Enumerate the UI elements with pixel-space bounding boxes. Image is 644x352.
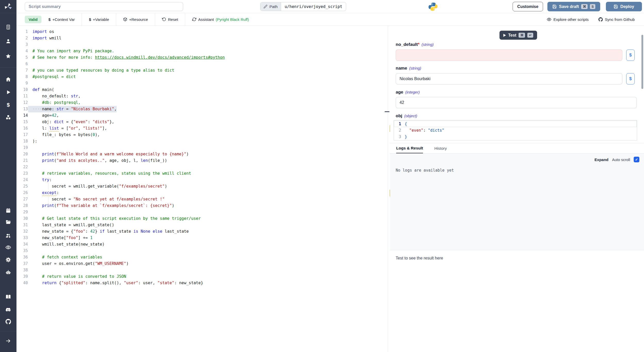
panel-scrollbar[interactable] [641, 35, 643, 89]
assistant-button[interactable]: Assistant (Pyright Black Ruff) [185, 17, 256, 22]
code-line-7[interactable]: 7# you can use typed resources by doing … [16, 67, 388, 74]
path-label-segment[interactable]: Path [260, 2, 281, 11]
sync-from-github-button[interactable]: Sync from Github [598, 17, 635, 22]
code-line-15[interactable]: 15 obj: dict = {"even": "dicts"}, [16, 119, 388, 125]
panel-divider[interactable] [388, 26, 388, 352]
code-line-12[interactable]: 12 #db: postgresql, [16, 99, 388, 106]
code-line-2[interactable]: 2import wmill [16, 35, 388, 41]
code-line-36[interactable]: 36 # fetch context variables [16, 254, 388, 261]
code-line-35[interactable]: 35 [16, 248, 388, 254]
code-line-19[interactable]: 19 [16, 145, 388, 151]
path-field[interactable]: Path u/henri/overjoyed_script [260, 2, 346, 11]
sidebar-icon-building[interactable] [5, 24, 11, 30]
test-button[interactable]: Test ⌘ ↵ [499, 31, 537, 40]
code-line-5[interactable]: 5# See here for more info: https://docs.… [16, 54, 388, 61]
tab-history[interactable]: History [434, 143, 447, 153]
sidebar-icon-boxes[interactable] [5, 114, 11, 120]
code-line-6[interactable]: 6 [16, 61, 388, 67]
code-line-39[interactable]: 39 # return value is converted to JSON [16, 273, 388, 280]
reset-button[interactable]: Reset [155, 17, 185, 22]
code-line-33[interactable]: 33 new_state["foo"] += 1 [16, 235, 388, 241]
code-line-21[interactable]: 21 print("and its acolytes..", age, obj,… [16, 157, 388, 164]
autoscroll-checkbox[interactable]: ✓ [634, 157, 639, 162]
code-editor[interactable]: 1import os2import wmill34# You can impor… [16, 26, 388, 352]
code-line-27[interactable]: 27 secret = "No secret yet at f/examples… [16, 196, 388, 203]
code-line-23[interactable]: 23 # retrieve variables, resources, stat… [16, 170, 388, 177]
save-draft-button[interactable]: Save draft ⌘ S [547, 2, 600, 11]
code-line-9[interactable]: 9 [16, 80, 388, 87]
sidebar-icon-home[interactable] [5, 76, 11, 82]
code-line-8[interactable]: 8#postgresql = dict [16, 74, 388, 80]
code-line-26[interactable]: 26 except: [16, 190, 388, 196]
customise-button[interactable]: Customise [513, 2, 543, 11]
windmill-logo[interactable] [0, 0, 16, 13]
code-line-29[interactable]: 29 [16, 209, 388, 215]
code-line-4[interactable]: 4# You can import any PyPi package. [16, 48, 388, 54]
sidebar-icon-calendar[interactable] [5, 207, 11, 214]
name-variable-picker-button[interactable]: $ [626, 73, 635, 85]
code-line-28[interactable]: 28 print(f"The variable at `f/examples/s… [16, 203, 388, 209]
sidebar-icon-github[interactable] [5, 319, 11, 325]
assistant-label: Assistant [198, 17, 214, 22]
field-label-age: age(integer) [396, 90, 420, 95]
kbd-enter: ↵ [527, 33, 533, 38]
sidebar-icon-discord[interactable] [5, 307, 11, 313]
code-line-22[interactable]: 22 [16, 164, 388, 170]
code-line-38[interactable]: 38 [16, 267, 388, 273]
windmill-logo-icon [4, 3, 12, 10]
code-line-30[interactable]: 30 # Get last state of this script execu… [16, 215, 388, 222]
add-context-var-button[interactable]: $+Context Var [41, 17, 82, 22]
sidebar-icon-dollar[interactable]: $ [5, 102, 11, 108]
age-input[interactable] [396, 97, 637, 108]
sidebar-icon-eye-clock[interactable] [5, 244, 11, 250]
code-line-25[interactable]: 25 secret = wmill.get_variable("f/exampl… [16, 183, 388, 190]
code-line-1[interactable]: 1import os [16, 29, 388, 35]
sidebar-icon-robot[interactable] [5, 269, 11, 275]
code-line-20[interactable]: 20 print(f"Hello World and a warm welcom… [16, 151, 388, 157]
code-line-16[interactable]: 16 l: list = ["or", "lists!"], [16, 125, 388, 132]
path-value[interactable]: u/henri/overjoyed_script [281, 2, 346, 11]
explore-other-scripts-button[interactable]: Explore other scripts [547, 17, 589, 22]
code-line-24[interactable]: 24 try: [16, 177, 388, 183]
code-line-18[interactable]: 18): [16, 138, 388, 145]
sidebar-icon-folder[interactable] [5, 219, 11, 225]
sidebar-icon-users-gear[interactable] [5, 233, 11, 239]
tab-logs-result[interactable]: Logs & Result [396, 143, 423, 153]
sidebar-icon-user[interactable] [5, 38, 11, 44]
obj-json-line-2[interactable]: 2 "even": "dicts" [394, 127, 637, 133]
no-default-variable-picker-button[interactable]: $ [626, 49, 635, 61]
code-line-11[interactable]: 11 no_default: str, [16, 93, 388, 99]
code-line-40[interactable]: 40 return {"splitted": name.split(), "us… [16, 280, 388, 286]
add-resource-button[interactable]: +Resource [116, 17, 155, 22]
code-line-34[interactable]: 34 wmill.set_state(new_state) [16, 241, 388, 248]
name-input[interactable] [396, 73, 622, 85]
field-label-name: name(string) [396, 66, 421, 71]
code-line-13[interactable]: 13····name:·str·=·"Nicolas·Bourbaki", [16, 106, 388, 112]
field-label-no-default: no_default*(string) [396, 42, 434, 47]
sidebar-icon-gear[interactable] [5, 257, 11, 263]
code-line-37[interactable]: 37 user = os.environ.get("WM_USERNAME") [16, 261, 388, 267]
add-variable-button[interactable]: $+Variable [82, 17, 116, 22]
obj-json-line-1[interactable]: 1{ [394, 121, 637, 127]
explore-label: Explore other scripts [553, 17, 589, 22]
splitter-handle[interactable] [385, 111, 389, 112]
sidebar-icon-arrow-right[interactable] [5, 338, 11, 344]
code-line-32[interactable]: 32 new_state = {"foo": 42} if last_state… [16, 228, 388, 235]
code-line-10[interactable]: 10def main( [16, 87, 388, 93]
code-line-17[interactable]: 17 file_: bytes = bytes(0), [16, 132, 388, 138]
sidebar-icon-star[interactable] [5, 53, 11, 59]
obj-json-line-3[interactable]: 3} [394, 133, 637, 140]
add-context-var-label: +Context Var [52, 17, 75, 22]
no-default-input[interactable] [396, 49, 622, 61]
sidebar-icon-book[interactable] [5, 294, 11, 300]
field-label-obj: obj(object) [396, 113, 417, 119]
code-line-3[interactable]: 3 [16, 41, 388, 48]
code-line-31[interactable]: 31 last_state = wmill.get_state() [16, 222, 388, 228]
deploy-button[interactable]: Deploy [606, 2, 642, 11]
script-summary-input[interactable] [25, 2, 183, 11]
obj-json-editor[interactable]: 1{2 "even": "dicts"3} [394, 120, 637, 140]
code-line-14[interactable]: 14 age=42, [16, 112, 388, 119]
no-logs-message: No logs are available yet [396, 168, 454, 173]
expand-logs-button[interactable]: Expand [595, 157, 608, 162]
sidebar-icon-play[interactable] [5, 89, 11, 95]
